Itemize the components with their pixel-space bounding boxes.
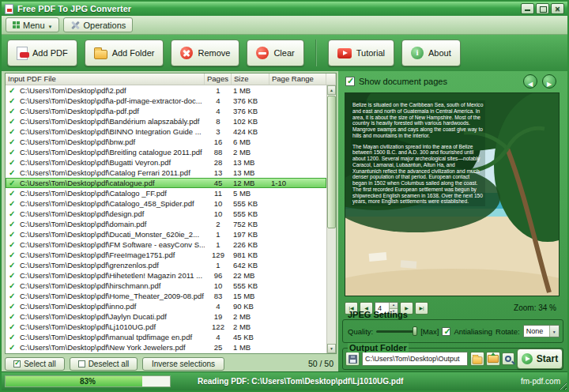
table-row[interactable]: C:\Users\Tom\Desktop\pdf\Hihetetlen! Mag… <box>6 270 326 281</box>
clear-label: Clear <box>273 48 294 58</box>
row-check-icon[interactable] <box>8 344 16 352</box>
row-file-path: C:\Users\Tom\Desktop\pdf\Lj1010UG.pdf <box>18 322 205 332</box>
table-row[interactable]: C:\Users\Tom\Desktop\pdf\a-pdf-image-ext… <box>6 96 326 106</box>
row-check-icon[interactable] <box>8 159 16 167</box>
chevron-down-icon[interactable] <box>549 326 559 337</box>
row-check-icon[interactable] <box>8 128 16 136</box>
row-check-icon[interactable] <box>8 313 16 321</box>
table-row[interactable]: C:\Users\Tom\Desktop\pdf\Home_Theater_20… <box>6 291 326 301</box>
scrollbar-thumb[interactable] <box>327 96 336 228</box>
row-check-icon[interactable] <box>8 303 16 311</box>
deselect-all-button[interactable]: Deselect all <box>70 357 138 371</box>
table-row[interactable]: C:\Users\Tom\Desktop\pdf\Catalogo _FF.pd… <box>6 188 326 198</box>
add-pdf-button[interactable]: Add PDF <box>7 40 77 66</box>
table-row[interactable]: C:\Users\Tom\Desktop\pdf\Lj1010UG.pdf 12… <box>6 322 326 332</box>
row-check-icon[interactable] <box>8 118 16 126</box>
row-check-icon[interactable] <box>8 200 16 208</box>
show-document-pages-checkbox[interactable] <box>345 77 355 86</box>
header-size[interactable]: Size <box>232 74 269 85</box>
row-check-icon[interactable] <box>8 138 16 146</box>
last-page-button[interactable] <box>415 302 428 315</box>
next-page-circle-button[interactable] <box>542 74 556 89</box>
row-check-icon[interactable] <box>8 179 16 187</box>
row-pages: 1 <box>205 229 232 239</box>
row-check-icon[interactable] <box>8 272 16 280</box>
table-row[interactable]: C:\Users\Tom\Desktop\pdf\hirschmann.pdf … <box>6 281 326 291</box>
table-row[interactable]: C:\Users\Tom\Desktop\pdf\inno.pdf 4 90 K… <box>6 301 326 311</box>
quality-slider[interactable] <box>376 326 417 336</box>
operations-tab[interactable]: Operations <box>63 17 133 32</box>
table-row[interactable]: C:\Users\Tom\Desktop\pdf\Catalogo_458_Sp… <box>6 198 326 209</box>
previous-page-circle-button[interactable] <box>523 74 537 89</box>
page-spinner-up-icon[interactable] <box>389 303 398 308</box>
explore-output-button[interactable] <box>502 352 514 365</box>
antialiasing-checkbox[interactable] <box>442 327 450 336</box>
drive-button[interactable] <box>345 352 360 366</box>
table-row[interactable]: C:\Users\Tom\Desktop\pdf\Bandérium alaps… <box>6 116 326 126</box>
close-button[interactable] <box>551 3 564 14</box>
row-check-icon[interactable] <box>8 190 16 198</box>
menu-button[interactable]: Menu <box>6 17 59 32</box>
row-check-icon[interactable] <box>8 292 16 300</box>
table-row[interactable]: C:\Users\Tom\Desktop\pdf\catalogue.pdf 4… <box>6 178 326 188</box>
table-row[interactable]: C:\Users\Tom\Desktop\pdf\Ducati_Monster_… <box>6 229 326 239</box>
table-scrollbar[interactable] <box>326 85 336 353</box>
header-pages[interactable]: Pages <box>205 74 232 85</box>
table-row[interactable]: C:\Users\Tom\Desktop\pdf\New York Jewele… <box>6 342 326 352</box>
row-check-icon[interactable] <box>8 251 16 259</box>
add-folder-button[interactable]: Add Folder <box>85 40 164 66</box>
tutorial-button[interactable]: Tutorial <box>328 40 394 66</box>
row-pages: 122 <box>205 322 232 332</box>
open-folder-button[interactable] <box>486 352 500 366</box>
select-all-button[interactable]: Select all <box>5 357 65 371</box>
brand-link[interactable]: fm-pdf.com <box>521 377 560 386</box>
row-check-icon[interactable] <box>8 241 16 249</box>
row-check-icon[interactable] <box>8 210 16 218</box>
table-row[interactable]: C:\Users\Tom\Desktop\pdf\FreeImage1751.p… <box>6 250 326 260</box>
row-size: 13 MB <box>232 168 269 178</box>
row-check-icon[interactable] <box>8 231 16 239</box>
table-row[interactable]: C:\Users\Tom\Desktop\pdf\FM Software - e… <box>6 239 326 250</box>
row-check-icon[interactable] <box>8 262 16 270</box>
row-check-icon[interactable] <box>8 220 16 228</box>
title-bar[interactable]: Free PDF To JPG Converter <box>2 2 567 16</box>
row-check-icon[interactable] <box>8 282 16 290</box>
row-check-icon[interactable] <box>8 149 16 156</box>
start-button[interactable]: Start <box>517 349 563 369</box>
row-pages: 4 <box>205 96 232 106</box>
row-check-icon[interactable] <box>8 323 16 331</box>
table-row[interactable]: C:\Users\Tom\Desktop\pdf\Breitling catal… <box>6 147 326 157</box>
table-row[interactable]: C:\Users\Tom\Desktop\pdf\Bugatti Veyron.… <box>6 157 326 168</box>
table-row[interactable]: C:\Users\Tom\Desktop\pdf\Catalog Ferrari… <box>6 168 326 178</box>
browse-folder-button[interactable] <box>470 352 484 366</box>
inverse-selections-button[interactable]: Inverse selections <box>142 357 224 371</box>
scroll-down-icon[interactable] <box>327 344 336 353</box>
table-row[interactable]: C:\Users\Tom\Desktop\pdf\a-pdf.pdf 4 376… <box>6 106 326 116</box>
clear-button[interactable]: Clear <box>247 40 303 66</box>
table-row[interactable]: C:\Users\Tom\Desktop\pdf\bnw.pdf 16 6 MB <box>6 137 326 147</box>
table-row[interactable]: C:\Users\Tom\Desktop\pdf\2.pdf 1 1 MB <box>6 85 326 96</box>
quality-slider-thumb[interactable] <box>413 326 417 336</box>
minimize-button[interactable] <box>521 3 534 14</box>
rotate-select[interactable]: None <box>523 325 560 337</box>
table-row[interactable]: C:\Users\Tom\Desktop\pdf\grenzenlos.pdf … <box>6 260 326 270</box>
row-file-path: C:\Users\Tom\Desktop\pdf\BINNO Integrati… <box>18 126 205 137</box>
row-check-icon[interactable] <box>8 107 16 115</box>
header-input-pdf-file[interactable]: Input PDF File <box>6 74 205 85</box>
table-row[interactable]: C:\Users\Tom\Desktop\pdf\BINNO Integrati… <box>6 126 326 137</box>
header-page-range[interactable]: Page Range <box>269 74 326 85</box>
row-check-icon[interactable] <box>8 334 16 341</box>
table-row[interactable]: C:\Users\Tom\Desktop\pdf\domain.pdf 2 75… <box>6 219 326 229</box>
row-pages: 4 <box>205 332 232 342</box>
scroll-up-icon[interactable] <box>327 85 336 95</box>
table-row[interactable]: C:\Users\Tom\Desktop\pdf\manual tpdfimag… <box>6 332 326 342</box>
table-row[interactable]: C:\Users\Tom\Desktop\pdf\design.pdf 10 5… <box>6 209 326 219</box>
remove-button[interactable]: Remove <box>171 40 239 66</box>
maximize-button[interactable] <box>536 3 549 14</box>
table-row[interactable]: C:\Users\Tom\Desktop\pdf\Jaylyn Ducati.p… <box>6 311 326 322</box>
output-path-input[interactable] <box>362 352 468 366</box>
row-check-icon[interactable] <box>8 169 16 177</box>
row-check-icon[interactable] <box>8 97 16 105</box>
row-check-icon[interactable] <box>8 87 16 95</box>
about-button[interactable]: About <box>401 40 461 66</box>
